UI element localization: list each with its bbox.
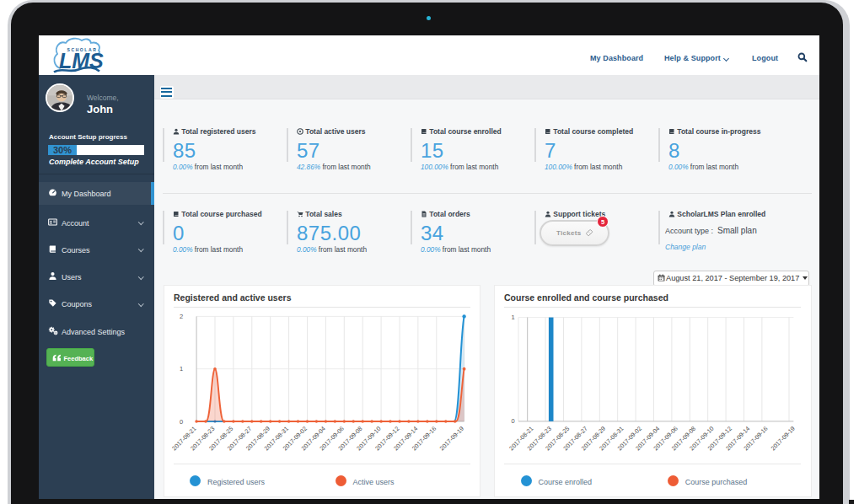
- svg-text:2017-09-19: 2017-09-19: [438, 425, 464, 452]
- svg-text:2017-09-19: 2017-09-19: [769, 425, 796, 452]
- svg-text:2: 2: [180, 313, 183, 320]
- svg-text:0: 0: [180, 418, 183, 426]
- svg-text:1: 1: [180, 365, 183, 373]
- svg-text:0: 0: [511, 417, 514, 425]
- svg-text:1: 1: [511, 314, 514, 321]
